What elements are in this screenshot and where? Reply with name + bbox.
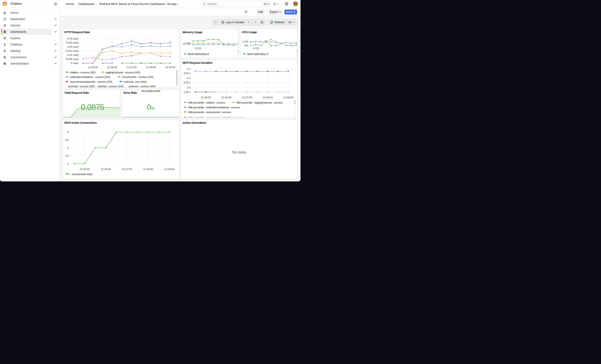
svg-text:12:25: 12:25 xyxy=(252,47,259,50)
svg-text:0.015 req/s: 0.015 req/s xyxy=(66,49,79,52)
svg-text:0.005 req/s: 0.005 req/s xyxy=(66,58,79,61)
svg-text:95th percentile - resources/li: 95th percentile - resources/list - succe… xyxy=(188,111,231,114)
svg-text:notifications/initialized - su: notifications/initialized - success (202… xyxy=(70,76,110,79)
svg-text:1.5: 1.5 xyxy=(65,154,69,157)
svg-text:resources/list - success (200): resources/list - success (200) xyxy=(122,76,153,79)
svg-text:12:26:00: 12:26:00 xyxy=(100,167,111,170)
svg-text:12:27:00: 12:27:00 xyxy=(126,66,137,69)
svg-text:4.50 s: 4.50 s xyxy=(183,72,190,75)
svg-text:12:25: 12:25 xyxy=(195,47,201,50)
svg-text:tools/list - success (200): tools/list - success (200) xyxy=(98,85,123,88)
svg-text:95th percentile - initialize -: 95th percentile - initialize - success xyxy=(188,101,225,104)
svg-text:3 s: 3 s xyxy=(187,86,190,89)
svg-text:unknown - success (200): unknown - success (200) xyxy=(128,85,155,88)
svg-text:95th percentile - notification: 95th percentile - notifications/initiali… xyxy=(188,106,240,109)
svg-text:0.03 req/s: 0.03 req/s xyxy=(67,37,79,40)
svg-text:12:26:00: 12:26:00 xyxy=(221,96,231,99)
svg-text:5 s: 5 s xyxy=(187,67,190,70)
svg-text:12:25:00: 12:25:00 xyxy=(80,167,90,170)
svg-text:3.50 s: 3.50 s xyxy=(183,81,190,84)
svg-text:12:25:00: 12:25:00 xyxy=(200,96,211,99)
svg-text:95th percentile - logging/setL: 95th percentile - logging/setLevel - suc… xyxy=(237,101,283,104)
svg-text:12:28:00: 12:28:00 xyxy=(146,66,156,69)
svg-text:3: 3 xyxy=(67,130,69,134)
svg-text:1: 1 xyxy=(67,162,69,165)
svg-text:- (streamable-http): - (streamable-http) xyxy=(70,172,92,176)
svg-text:12:28:00: 12:28:00 xyxy=(143,167,153,170)
svg-text:0.2%: 0.2% xyxy=(242,40,248,43)
svg-text:0.01 req/s: 0.01 req/s xyxy=(67,53,79,56)
svg-text:16 MiB: 16 MiB xyxy=(183,42,190,45)
svg-text:0.025 req/s: 0.025 req/s xyxy=(66,41,79,44)
svg-text:fetch-telemetry-0: fetch-telemetry-0 xyxy=(247,52,268,56)
svg-text:4 s: 4 s xyxy=(187,77,190,79)
svg-text:12:26:00: 12:26:00 xyxy=(107,66,117,69)
svg-text:fetch-telemetry-0: fetch-telemetry-0 xyxy=(188,52,209,56)
svg-text:12:27:00: 12:27:00 xyxy=(242,96,252,99)
svg-text:12:29:00: 12:29:00 xyxy=(283,96,293,99)
svg-text:12:27:00: 12:27:00 xyxy=(122,167,132,170)
svg-text:0.02 req/s: 0.02 req/s xyxy=(67,45,79,48)
svg-text:12:29:00: 12:29:00 xyxy=(165,66,175,69)
svg-text:2: 2 xyxy=(67,146,69,149)
svg-text:2.50 s: 2.50 s xyxy=(183,90,190,93)
svg-text:12:25:00: 12:25:00 xyxy=(88,66,98,69)
svg-text:2.5: 2.5 xyxy=(65,138,69,141)
svg-text:resources/templates/list - suc: resources/templates/list - success (200) xyxy=(70,80,112,83)
svg-text:0 req/s: 0 req/s xyxy=(71,62,79,65)
svg-text:12:29:00: 12:29:00 xyxy=(164,167,174,170)
svg-text:initialize - success (200): initialize - success (200) xyxy=(70,71,95,74)
svg-text:logging/setLevel - success (20: logging/setLevel - success (200) xyxy=(106,71,140,74)
svg-text:tools/call - success (200): tools/call - success (200) xyxy=(68,85,95,88)
svg-text:0%: 0% xyxy=(244,44,248,47)
svg-text:95th percentile - resources/te: 95th percentile - resources/templates/li… xyxy=(188,116,242,117)
svg-text:tools/call - error (404): tools/call - error (404) xyxy=(124,80,147,83)
svg-text:12:28:00: 12:28:00 xyxy=(262,96,273,99)
